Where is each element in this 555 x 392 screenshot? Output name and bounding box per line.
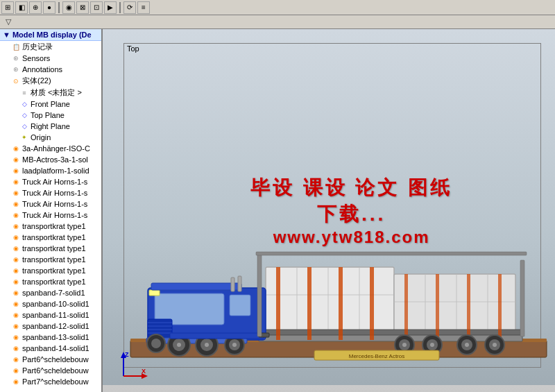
tree-item-transportkrat3[interactable]: ◉ transportkrat type1 xyxy=(0,243,101,254)
tree-item-truck-air4[interactable]: ◉ Truck Air Horns-1-s xyxy=(0,210,101,221)
topplane-icon: ◇ xyxy=(19,110,29,120)
tree-header: ▼ Model MB display (De xyxy=(0,29,101,41)
axis-indicator: Z X xyxy=(110,348,151,386)
toolbar-icon-10[interactable]: ≡ xyxy=(137,1,150,14)
toolbar-icon-6[interactable]: ⊠ xyxy=(76,1,89,14)
tree-item-spanband12[interactable]: ◉ spanband-12-solid1 xyxy=(0,321,101,332)
svg-point-30 xyxy=(465,343,469,347)
tree-item-spanband13[interactable]: ◉ spanband-13-solid1 xyxy=(0,332,101,343)
tree-item-origin[interactable]: ✦ Origin xyxy=(0,132,101,143)
tree-item-transportkrat6[interactable]: ◉ transportkrat type1 xyxy=(0,276,101,287)
spanband14-icon: ◉ xyxy=(11,343,21,353)
tree-item-material[interactable]: ≡ 材质 <未指定 > xyxy=(0,87,101,99)
toolbar-icon-5[interactable]: ◉ xyxy=(62,1,75,14)
svg-text:Mercedes-Benz Actros: Mercedes-Benz Actros xyxy=(349,353,404,359)
svg-rect-58 xyxy=(170,333,264,339)
3d-viewport[interactable]: Top 毕设 课设 论文 图纸 下载... www.ytw818.com xyxy=(103,29,555,392)
svg-rect-14 xyxy=(276,267,280,340)
toolbar-icon-3[interactable]: ⊕ xyxy=(29,1,42,14)
transportkrat3-icon: ◉ xyxy=(11,244,21,253)
truck-model-svg: Mercedes-Benz Actros xyxy=(127,212,550,371)
svg-rect-62 xyxy=(257,253,262,336)
svg-text:X: X xyxy=(142,368,146,375)
svg-rect-46 xyxy=(238,276,241,291)
rightplane-icon: ◇ xyxy=(19,121,29,131)
tree-item-history[interactable]: 📋 历史记录 xyxy=(0,41,101,53)
main-area: ▼ Model MB display (De 📋 历史记录 ⊛ Sensors … xyxy=(0,29,555,392)
svg-point-27 xyxy=(430,343,434,347)
tree-item-part6a[interactable]: ◉ Part6^scheldebouw xyxy=(0,354,101,365)
tree-item-transportkrat5[interactable]: ◉ transportkrat type1 xyxy=(0,265,101,276)
sensors-icon: ⊛ xyxy=(11,53,21,63)
material-icon: ≡ xyxy=(19,88,29,98)
solid-icon: ⊙ xyxy=(11,76,21,86)
transportkrat6-icon: ◉ xyxy=(11,277,21,287)
transportkrat1-icon: ◉ xyxy=(11,221,21,231)
mb-actros-icon: ◉ xyxy=(11,155,21,164)
filter-toolbar: ▽ xyxy=(0,15,555,29)
tree-item-transportkrat2[interactable]: ◉ transportkrat type1 xyxy=(0,232,101,243)
history-label: 历史记录 xyxy=(22,42,53,52)
toolbar-icon-4[interactable]: ● xyxy=(43,1,56,14)
part6a-label: Part6^scheldebouw xyxy=(22,355,89,364)
tree-item-transportkrat4[interactable]: ◉ transportkrat type1 xyxy=(0,254,101,265)
tree-item-transportkrat1[interactable]: ◉ transportkrat type1 xyxy=(0,221,101,232)
toolbar-icon-1[interactable]: ⊞ xyxy=(1,1,14,14)
tree-item-rightplane[interactable]: ◇ Right Plane xyxy=(0,121,101,132)
tree-item-sensors[interactable]: ⊛ Sensors xyxy=(0,53,101,64)
part6a-icon: ◉ xyxy=(11,355,21,364)
toolbar-icon-8[interactable]: ▶ xyxy=(104,1,117,14)
svg-rect-17 xyxy=(370,267,374,340)
tree-root-expand[interactable]: ▼ xyxy=(3,31,10,39)
sensors-label: Sensors xyxy=(22,54,50,62)
part7-label: Part7^scheldebouw xyxy=(22,377,89,386)
spanband11-label: spanband-11-solid1 xyxy=(22,311,89,319)
transportkrat4-label: transportkrat type1 xyxy=(22,255,86,264)
tree-item-truck-air2[interactable]: ◉ Truck Air Horns-1-s xyxy=(0,187,101,198)
truck-air2-label: Truck Air Horns-1-s xyxy=(22,189,87,197)
transportkrat2-label: transportkrat type1 xyxy=(22,233,86,241)
tree-item-solid[interactable]: ⊙ 实体(22) xyxy=(0,75,101,87)
svg-rect-63 xyxy=(520,260,524,336)
truck-air3-icon: ◉ xyxy=(11,199,21,209)
transportkrat2-icon: ◉ xyxy=(11,232,21,242)
anhaenger-label: 3a-Anhänger-ISO-C xyxy=(22,144,90,153)
svg-text:Z: Z xyxy=(125,351,129,358)
tree-item-truck-air1[interactable]: ◉ Truck Air Horns-1-s xyxy=(0,176,101,187)
tree-item-part7[interactable]: ◉ Part7^scheldebouw xyxy=(0,376,101,387)
tree-item-mb-actros[interactable]: ◉ MB-Actros-3a-1-sol xyxy=(0,154,101,165)
tree-item-spanband11[interactable]: ◉ spanband-11-solid1 xyxy=(0,309,101,321)
transportkrat5-label: transportkrat type1 xyxy=(22,266,86,275)
svg-rect-42 xyxy=(149,290,160,296)
filter-icon[interactable]: ▽ xyxy=(3,17,14,28)
part6b-label: Part6^scheldebouw xyxy=(22,366,89,375)
tree-item-anhaenger[interactable]: ◉ 3a-Anhänger-ISO-C xyxy=(0,143,101,154)
svg-rect-21 xyxy=(498,274,502,340)
tree-item-topplane[interactable]: ◇ Top Plane xyxy=(0,110,101,121)
transportkrat1-label: transportkrat type1 xyxy=(22,222,86,230)
transportkrat4-icon: ◉ xyxy=(11,255,21,264)
frontplane-icon: ◇ xyxy=(19,99,29,109)
spanband7-icon: ◉ xyxy=(11,288,21,298)
tree-item-part6b[interactable]: ◉ Part6^scheldebouw xyxy=(0,365,101,376)
tree-item-spanband10[interactable]: ◉ spanband-10-solid1 xyxy=(0,298,101,309)
truck-air1-icon: ◉ xyxy=(11,177,21,187)
toolbar-icon-9[interactable]: ⟳ xyxy=(123,1,136,14)
svg-point-33 xyxy=(493,343,497,347)
toolbar-icon-7[interactable]: ⊡ xyxy=(90,1,103,14)
laadplatform-label: laadplatform-1-solid xyxy=(22,167,89,175)
tree-item-spanband7[interactable]: ◉ spanband-7-solid1 xyxy=(0,287,101,298)
view-label: Top xyxy=(127,44,139,53)
tree-item-laadplatform[interactable]: ◉ laadplatform-1-solid xyxy=(0,165,101,176)
part7-icon: ◉ xyxy=(11,377,21,386)
topplane-label: Top Plane xyxy=(31,111,65,119)
tree-item-truck-air3[interactable]: ◉ Truck Air Horns-1-s xyxy=(0,198,101,210)
tree-item-annotations[interactable]: ⊛ Annotations xyxy=(0,64,101,75)
toolbar-icon-2[interactable]: ◧ xyxy=(15,1,28,14)
spanband13-icon: ◉ xyxy=(11,332,21,342)
truck-air4-icon: ◉ xyxy=(11,210,21,220)
tree-item-frontplane[interactable]: ◇ Front Plane xyxy=(0,99,101,110)
spanband11-icon: ◉ xyxy=(11,310,21,320)
spanband12-label: spanband-12-solid1 xyxy=(22,322,89,330)
tree-item-spanband14[interactable]: ◉ spanband-14-solid1 xyxy=(0,343,101,354)
